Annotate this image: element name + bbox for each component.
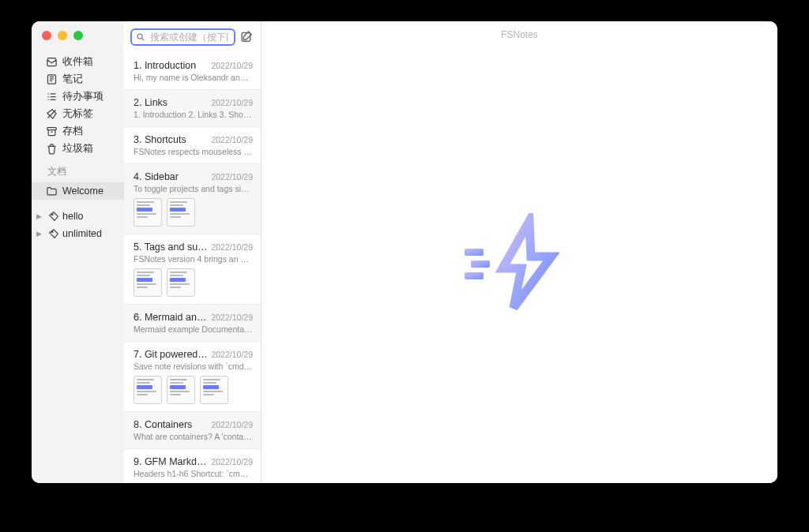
inbox-icon <box>46 56 58 68</box>
thumbnail <box>167 198 195 227</box>
note-date: 2022/10/29 <box>211 61 253 70</box>
svg-point-2 <box>51 214 53 215</box>
sidebar-item-todo[interactable]: 待办事项 <box>32 88 124 105</box>
note-date: 2022/10/29 <box>211 313 253 322</box>
note-preview: Save note revisions with `cmd + s` <box>134 362 253 371</box>
svg-rect-7 <box>471 260 490 268</box>
note-item[interactable]: 3. Shortcuts2022/10/29FSNotes respects m… <box>124 127 261 164</box>
note-title: 7. Git powered ver... <box>134 349 208 360</box>
note-thumbnails <box>134 376 253 404</box>
note-date: 2022/10/29 <box>211 242 253 252</box>
archive-icon <box>46 126 58 137</box>
sidebar-item-inbox[interactable]: 收件箱 <box>32 53 124 70</box>
sidebar-item-archive[interactable]: 存档 <box>32 122 124 140</box>
note-title: 9. GFM Markdown <box>134 456 208 467</box>
sidebar-label: Welcome <box>62 185 103 197</box>
note-item[interactable]: 1. Introduction2022/10/29Hi, my name is … <box>124 53 261 90</box>
sidebar-item-trash[interactable]: 垃圾箱 <box>32 140 124 157</box>
tag-icon <box>47 211 59 223</box>
search-input[interactable] <box>149 32 230 43</box>
sidebar-tag-unlimited[interactable]: ▶ unlimited <box>32 225 124 242</box>
search-field[interactable] <box>130 28 235 46</box>
svg-rect-6 <box>465 249 484 256</box>
note-preview: 1. Introduction 2. Links 3. Shortcuts <box>134 110 253 119</box>
thumbnail <box>167 376 195 404</box>
note-thumbnails <box>134 198 253 227</box>
note-date: 2022/10/29 <box>211 98 253 107</box>
thumbnail <box>200 376 228 404</box>
empty-state <box>262 45 777 483</box>
sidebar-label: hello <box>62 211 83 222</box>
search-icon <box>136 32 145 42</box>
note-item[interactable]: 9. GFM Markdown2022/10/29Headers h1-h6 S… <box>124 449 261 483</box>
window-controls <box>42 31 83 40</box>
notes-icon <box>46 73 58 85</box>
svg-rect-8 <box>465 272 484 279</box>
sidebar: 收件箱 笔记 待办事项 无标签 存档 <box>32 21 124 483</box>
note-date: 2022/10/29 <box>211 420 253 429</box>
note-date: 2022/10/29 <box>211 457 253 466</box>
note-item[interactable]: 6. Mermaid and M...2022/10/29Mermaid exa… <box>124 305 261 342</box>
thumbnail <box>167 268 195 297</box>
note-item[interactable]: 4. Sidebar2022/10/29To toggle projects a… <box>124 164 261 234</box>
thumbnail <box>134 198 162 227</box>
compose-button[interactable] <box>240 30 254 44</box>
sidebar-section-documents: 文档 <box>32 157 124 182</box>
note-title: 5. Tags and subtags <box>134 242 208 253</box>
note-item[interactable]: 7. Git powered ver...2022/10/29Save note… <box>124 342 261 412</box>
svg-point-3 <box>51 231 53 233</box>
sidebar-item-untagged[interactable]: 无标签 <box>32 105 124 122</box>
close-button[interactable] <box>42 31 51 40</box>
note-list-panel: 1. Introduction2022/10/29Hi, my name is … <box>124 21 262 483</box>
note-title: 3. Shortcuts <box>134 134 208 145</box>
chevron-right-icon: ▶ <box>36 212 44 220</box>
editor-area: FSNotes <box>262 21 777 483</box>
note-date: 2022/10/29 <box>211 172 253 182</box>
sidebar-label: 待办事项 <box>62 90 103 103</box>
sidebar-label: 无标签 <box>62 107 93 121</box>
note-preview: To toggle projects and tags sidebar <box>134 184 253 193</box>
folder-icon <box>46 185 58 197</box>
sidebar-label: 存档 <box>62 125 83 138</box>
note-item[interactable]: 8. Containers2022/10/29What are containe… <box>124 412 261 449</box>
chevron-right-icon: ▶ <box>36 230 44 238</box>
minimize-button[interactable] <box>58 31 67 40</box>
thumbnail <box>134 376 162 404</box>
sidebar-label: 收件箱 <box>62 55 93 69</box>
note-title: 1. Introduction <box>134 60 208 71</box>
note-thumbnails <box>134 268 253 297</box>
note-list: 1. Introduction2022/10/29Hi, my name is … <box>124 53 261 483</box>
app-window: 收件箱 笔记 待办事项 无标签 存档 <box>32 21 777 483</box>
sidebar-label: 笔记 <box>62 73 83 86</box>
tag-icon <box>47 228 59 240</box>
note-preview: FSNotes respects mouseless usage, <box>134 147 253 156</box>
search-bar <box>124 21 261 53</box>
note-preview: Mermaid example Documentation: <box>134 324 253 334</box>
fullscreen-button[interactable] <box>73 31 83 40</box>
sidebar-label: 垃圾箱 <box>62 142 93 155</box>
note-title: 2. Links <box>134 97 208 108</box>
note-preview: What are containers? A 'container' is <box>134 432 253 441</box>
note-date: 2022/10/29 <box>211 350 253 359</box>
trash-icon <box>46 143 58 155</box>
sidebar-item-notes[interactable]: 笔记 <box>32 70 124 88</box>
untagged-icon <box>46 108 58 120</box>
note-preview: Hi, my name is Oleksandr and I am <box>134 73 253 82</box>
note-item[interactable]: 5. Tags and subtags2022/10/29FSNotes ver… <box>124 234 261 305</box>
svg-rect-1 <box>47 127 56 129</box>
note-date: 2022/10/29 <box>211 135 253 144</box>
svg-point-4 <box>137 34 142 39</box>
todo-icon <box>46 91 58 103</box>
note-preview: Headers h1-h6 Shortcut: `cmd + 1-6` <box>134 469 253 478</box>
sidebar-label: unlimited <box>62 228 102 239</box>
note-title: 6. Mermaid and M... <box>134 312 208 323</box>
note-title: 8. Containers <box>134 419 208 430</box>
note-item[interactable]: 2. Links2022/10/291. Introduction 2. Lin… <box>124 90 261 127</box>
thumbnail <box>134 268 162 297</box>
window-title: FSNotes <box>262 21 777 45</box>
sidebar-project-welcome[interactable]: Welcome <box>32 182 124 200</box>
app-logo-icon <box>465 213 575 316</box>
sidebar-tag-hello[interactable]: ▶ hello <box>32 208 124 225</box>
note-preview: FSNotes version 4 brings an amazing <box>134 254 253 264</box>
note-title: 4. Sidebar <box>134 171 208 182</box>
